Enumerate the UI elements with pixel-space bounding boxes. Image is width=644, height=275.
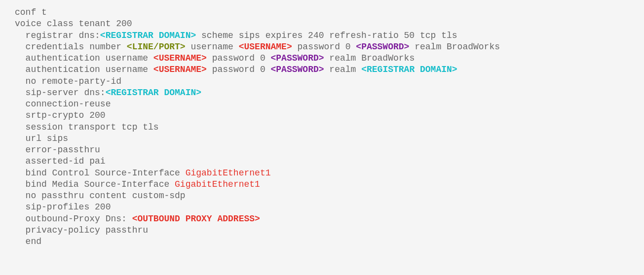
- placeholder-token: <PASSWORD>: [271, 65, 324, 74]
- code-text: scheme sips expires 240 refresh-ratio 50…: [196, 31, 457, 40]
- code-text: realm BroadWorks: [324, 53, 415, 63]
- code-line: voice class tenant 200: [15, 19, 132, 29]
- placeholder-token: <REGISTRAR DOMAIN>: [361, 65, 457, 74]
- code-text: outbound-Proxy Dns:: [15, 214, 132, 224]
- placeholder-token: <OUTBOUND PROXY ADDRESS>: [132, 214, 260, 224]
- code-line: session transport tcp tls: [15, 122, 159, 132]
- code-text: password 0: [292, 42, 356, 52]
- placeholder-token: GigabitEthernet1: [175, 179, 260, 189]
- code-text: conf t: [15, 7, 47, 17]
- cli-config-block: conf t voice class tenant 200 registrar …: [0, 0, 644, 247]
- code-text: registrar dns:: [15, 31, 100, 40]
- placeholder-token: <USERNAME>: [153, 65, 207, 74]
- code-line: registrar dns:<REGISTRAR DOMAIN> scheme …: [15, 31, 457, 40]
- code-text: asserted-id pai: [15, 156, 106, 166]
- code-text: realm: [324, 65, 362, 74]
- code-text: password 0: [207, 53, 271, 63]
- code-text: url sips: [15, 134, 68, 143]
- placeholder-token: <USERNAME>: [153, 53, 207, 63]
- code-line: sip-profiles 200: [15, 202, 111, 212]
- code-line: outbound-Proxy Dns: <OUTBOUND PROXY ADDR…: [15, 214, 260, 224]
- code-text: username: [186, 42, 239, 52]
- code-text: realm BroadWorks: [409, 42, 500, 52]
- placeholder-token: <USERNAME>: [239, 42, 292, 52]
- code-line: end: [15, 237, 41, 246]
- code-text: authentication username: [15, 65, 153, 74]
- code-line: credentials number <LINE/PORT> username …: [15, 42, 500, 52]
- code-line: no remote-party-id: [15, 76, 121, 86]
- placeholder-token: <REGISTRAR DOMAIN>: [106, 88, 201, 98]
- code-line: no passthru content custom-sdp: [15, 191, 186, 201]
- code-line: sip-server dns:<REGISTRAR DOMAIN>: [15, 88, 201, 98]
- code-text: no remote-party-id: [15, 76, 121, 86]
- placeholder-token: <PASSWORD>: [356, 42, 409, 52]
- placeholder-token: <REGISTRAR DOMAIN>: [100, 31, 196, 40]
- code-text: password 0: [207, 65, 271, 74]
- code-text: authentication username: [15, 53, 153, 63]
- code-line: bind Control Source-Interface GigabitEth…: [15, 168, 270, 178]
- placeholder-token: <PASSWORD>: [271, 53, 324, 63]
- code-line: privacy-policy passthru: [15, 225, 148, 235]
- code-text: srtp-crypto 200: [15, 110, 106, 120]
- code-text: credentials number: [15, 42, 127, 52]
- code-text: voice class tenant 200: [15, 19, 132, 29]
- code-text: bind Media Source-Interface: [15, 179, 175, 189]
- code-line: connection-reuse: [15, 99, 111, 109]
- code-line: asserted-id pai: [15, 156, 106, 166]
- code-line: srtp-crypto 200: [15, 110, 106, 120]
- code-text: sip-profiles 200: [15, 202, 111, 212]
- code-text: no passthru content custom-sdp: [15, 191, 186, 201]
- placeholder-token: GigabitEthernet1: [186, 168, 271, 178]
- code-text: connection-reuse: [15, 99, 111, 109]
- code-line: authentication username <USERNAME> passw…: [15, 53, 415, 63]
- placeholder-token: <LINE/PORT>: [127, 42, 186, 52]
- code-line: url sips: [15, 134, 68, 143]
- code-text: sip-server dns:: [15, 88, 106, 98]
- code-text: privacy-policy passthru: [15, 225, 148, 235]
- code-text: error-passthru: [15, 145, 100, 155]
- code-line: bind Media Source-Interface GigabitEther…: [15, 179, 260, 189]
- code-line: authentication username <USERNAME> passw…: [15, 65, 457, 74]
- code-text: bind Control Source-Interface: [15, 168, 186, 178]
- code-text: end: [15, 237, 41, 246]
- code-text: session transport tcp tls: [15, 122, 159, 132]
- code-line: conf t: [15, 7, 47, 17]
- code-line: error-passthru: [15, 145, 100, 155]
